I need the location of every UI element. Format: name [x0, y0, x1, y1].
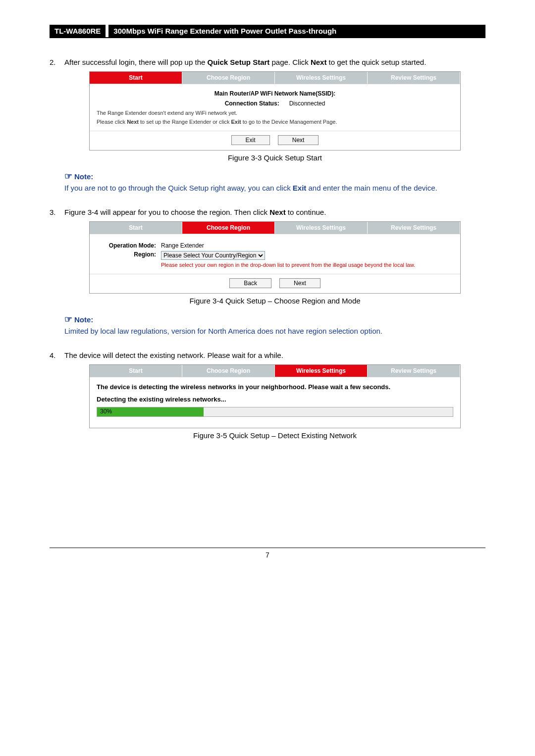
extender-note-2: Please click Next to set up the Range Ex… — [97, 119, 453, 125]
extender-note-1: The Range Extender doesn't extend any Wi… — [97, 110, 453, 116]
figure-3-4: Start Choose Region Wireless Settings Re… — [89, 221, 461, 294]
connection-status-label: Connection Status: — [225, 100, 279, 107]
tab-start[interactable]: Start — [90, 222, 182, 234]
tab-wireless-settings[interactable]: Wireless Settings — [275, 222, 368, 234]
model-description: 300Mbps WiFi Range Extender with Power O… — [108, 25, 485, 37]
detecting-message: The device is detecting the wireless net… — [97, 383, 453, 391]
step-3-text: Figure 3-4 will appear for you to choose… — [64, 208, 485, 216]
back-button[interactable]: Back — [229, 278, 271, 288]
model-number: TL-WA860RE — [50, 25, 106, 37]
region-hint: Please select your own region in the dro… — [161, 262, 453, 268]
tab-choose-region[interactable]: Choose Region — [182, 365, 275, 377]
exit-button[interactable]: Exit — [231, 135, 270, 145]
figure-3-5: Start Choose Region Wireless Settings Re… — [89, 364, 461, 428]
figure-3-3: Start Choose Region Wireless Settings Re… — [89, 71, 461, 151]
pointing-hand-icon: ☞ — [64, 171, 72, 181]
ssid-label: Main Router/AP WiFi Network Name(SSID): — [214, 90, 335, 97]
detecting-subtext: Detecting the existing wireless networks… — [97, 396, 453, 403]
progress-fill — [97, 407, 204, 416]
operation-mode-label: Operation Mode: — [97, 242, 161, 249]
step-4-text: The device will detect the existing netw… — [64, 351, 485, 359]
doc-header: TL-WA860RE 300Mbps WiFi Range Extender w… — [50, 25, 485, 38]
pointing-hand-icon: ☞ — [64, 314, 72, 324]
tab-choose-region[interactable]: Choose Region — [182, 72, 275, 84]
note-heading: ☞Note: — [64, 314, 485, 325]
step-number: 3. — [50, 208, 64, 342]
note-1-body: If you are not to go through the Quick S… — [64, 184, 485, 192]
figure-3-4-caption: Figure 3-4 Quick Setup – Choose Region a… — [64, 297, 485, 305]
next-button[interactable]: Next — [279, 278, 321, 288]
next-button[interactable]: Next — [278, 135, 319, 145]
tab-review-settings[interactable]: Review Settings — [368, 365, 460, 377]
step-2-text: After successful login, there will pop u… — [64, 58, 485, 66]
figure-3-5-caption: Figure 3-5 Quick Setup – Detect Existing… — [64, 431, 485, 440]
tab-wireless-settings[interactable]: Wireless Settings — [275, 365, 368, 377]
step-number: 4. — [50, 351, 64, 449]
note-2-body: Limited by local law regulations, versio… — [64, 327, 485, 335]
tab-review-settings[interactable]: Review Settings — [368, 72, 460, 84]
tab-choose-region[interactable]: Choose Region — [182, 222, 275, 234]
progress-percent: 30% — [100, 408, 112, 415]
region-label: Region: — [97, 251, 161, 260]
tab-start[interactable]: Start — [90, 365, 182, 377]
connection-status-value: Disconnected — [289, 100, 325, 107]
note-heading: ☞Note: — [64, 171, 485, 182]
tab-wireless-settings[interactable]: Wireless Settings — [275, 72, 368, 84]
operation-mode-value: Range Extender — [161, 242, 204, 249]
tab-start[interactable]: Start — [90, 72, 182, 84]
page-footer: 7 — [50, 548, 485, 559]
progress-bar: 30% — [97, 407, 453, 417]
figure-3-3-caption: Figure 3-3 Quick Setup Start — [64, 153, 485, 162]
page-number: 7 — [266, 551, 269, 559]
region-select[interactable]: Please Select Your Country/Region — [161, 251, 265, 260]
step-number: 2. — [50, 58, 64, 199]
tab-review-settings[interactable]: Review Settings — [368, 222, 460, 234]
